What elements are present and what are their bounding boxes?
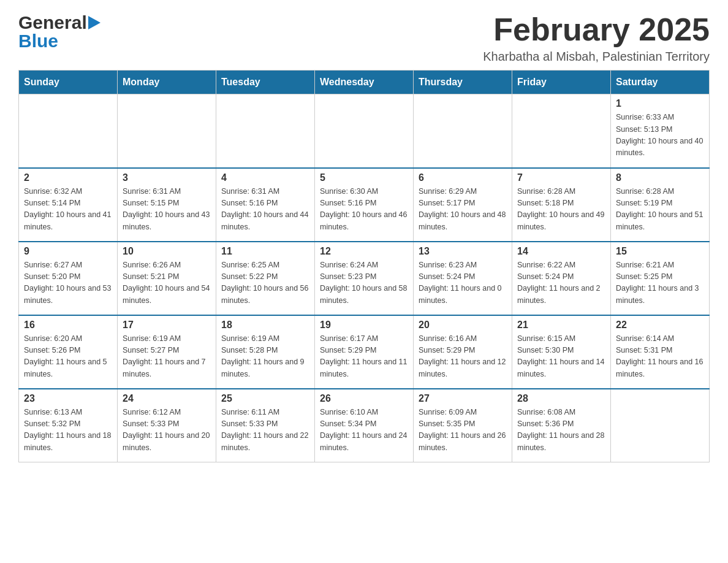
calendar-cell: 21Sunrise: 6:15 AM Sunset: 5:30 PM Dayli… — [512, 315, 611, 389]
header-wednesday: Wednesday — [315, 71, 414, 94]
calendar-cell — [414, 94, 512, 168]
day-info: Sunrise: 6:13 AM Sunset: 5:32 PM Dayligh… — [24, 407, 112, 454]
day-info: Sunrise: 6:14 AM Sunset: 5:31 PM Dayligh… — [616, 333, 704, 381]
day-number: 3 — [123, 172, 211, 183]
day-number: 20 — [419, 320, 507, 331]
header-sunday: Sunday — [19, 71, 118, 94]
day-number: 22 — [616, 320, 704, 331]
day-info: Sunrise: 6:12 AM Sunset: 5:33 PM Dayligh… — [123, 407, 211, 454]
header-thursday: Thursday — [414, 71, 512, 94]
day-info: Sunrise: 6:15 AM Sunset: 5:30 PM Dayligh… — [517, 333, 605, 381]
day-info: Sunrise: 6:31 AM Sunset: 5:15 PM Dayligh… — [123, 186, 211, 234]
calendar-cell: 14Sunrise: 6:22 AM Sunset: 5:24 PM Dayli… — [512, 242, 611, 315]
calendar-cell: 28Sunrise: 6:08 AM Sunset: 5:36 PM Dayli… — [512, 389, 611, 462]
calendar-cell: 17Sunrise: 6:19 AM Sunset: 5:27 PM Dayli… — [118, 315, 216, 389]
calendar-cell: 15Sunrise: 6:21 AM Sunset: 5:25 PM Dayli… — [611, 242, 710, 315]
day-number: 11 — [221, 246, 309, 257]
calendar-cell: 22Sunrise: 6:14 AM Sunset: 5:31 PM Dayli… — [611, 315, 710, 389]
calendar-cell — [216, 94, 315, 168]
day-info: Sunrise: 6:26 AM Sunset: 5:21 PM Dayligh… — [123, 259, 211, 307]
calendar-cell: 23Sunrise: 6:13 AM Sunset: 5:32 PM Dayli… — [19, 389, 118, 462]
day-info: Sunrise: 6:28 AM Sunset: 5:19 PM Dayligh… — [616, 186, 704, 234]
logo-blue-section — [87, 16, 102, 29]
calendar-cell: 8Sunrise: 6:28 AM Sunset: 5:19 PM Daylig… — [611, 168, 710, 242]
calendar-cell — [512, 94, 611, 168]
day-number: 23 — [24, 393, 112, 404]
day-number: 19 — [320, 320, 408, 331]
day-number: 9 — [24, 246, 112, 257]
day-info: Sunrise: 6:20 AM Sunset: 5:26 PM Dayligh… — [24, 333, 112, 381]
calendar-week-row: 16Sunrise: 6:20 AM Sunset: 5:26 PM Dayli… — [19, 315, 710, 389]
calendar-cell: 19Sunrise: 6:17 AM Sunset: 5:29 PM Dayli… — [315, 315, 414, 389]
day-number: 24 — [123, 393, 211, 404]
day-number: 8 — [616, 172, 704, 183]
day-info: Sunrise: 6:33 AM Sunset: 5:13 PM Dayligh… — [616, 112, 704, 159]
calendar-cell: 18Sunrise: 6:19 AM Sunset: 5:28 PM Dayli… — [216, 315, 315, 389]
calendar-cell: 9Sunrise: 6:27 AM Sunset: 5:20 PM Daylig… — [19, 242, 118, 315]
calendar-cell: 24Sunrise: 6:12 AM Sunset: 5:33 PM Dayli… — [118, 389, 216, 462]
calendar-week-row: 9Sunrise: 6:27 AM Sunset: 5:20 PM Daylig… — [19, 242, 710, 315]
day-number: 17 — [123, 320, 211, 331]
header-friday: Friday — [512, 71, 611, 94]
day-number: 25 — [221, 393, 309, 404]
calendar-cell: 1Sunrise: 6:33 AM Sunset: 5:13 PM Daylig… — [611, 94, 710, 168]
day-info: Sunrise: 6:23 AM Sunset: 5:24 PM Dayligh… — [419, 259, 507, 307]
day-info: Sunrise: 6:16 AM Sunset: 5:29 PM Dayligh… — [419, 333, 507, 381]
calendar-cell: 27Sunrise: 6:09 AM Sunset: 5:35 PM Dayli… — [414, 389, 512, 462]
weekday-header-row: Sunday Monday Tuesday Wednesday Thursday… — [19, 71, 710, 94]
calendar-week-row: 23Sunrise: 6:13 AM Sunset: 5:32 PM Dayli… — [19, 389, 710, 462]
calendar-cell: 12Sunrise: 6:24 AM Sunset: 5:23 PM Dayli… — [315, 242, 414, 315]
day-info: Sunrise: 6:11 AM Sunset: 5:33 PM Dayligh… — [221, 407, 309, 454]
calendar-cell — [118, 94, 216, 168]
calendar-cell: 5Sunrise: 6:30 AM Sunset: 5:16 PM Daylig… — [315, 168, 414, 242]
calendar-cell: 7Sunrise: 6:28 AM Sunset: 5:18 PM Daylig… — [512, 168, 611, 242]
calendar-cell: 3Sunrise: 6:31 AM Sunset: 5:15 PM Daylig… — [118, 168, 216, 242]
day-number: 15 — [616, 246, 704, 257]
calendar-week-row: 2Sunrise: 6:32 AM Sunset: 5:14 PM Daylig… — [19, 168, 710, 242]
calendar-cell: 10Sunrise: 6:26 AM Sunset: 5:21 PM Dayli… — [118, 242, 216, 315]
logo-general-text: General — [18, 12, 87, 33]
day-info: Sunrise: 6:08 AM Sunset: 5:36 PM Dayligh… — [517, 407, 605, 454]
day-info: Sunrise: 6:27 AM Sunset: 5:20 PM Dayligh… — [24, 259, 112, 307]
day-number: 6 — [419, 172, 507, 183]
day-info: Sunrise: 6:09 AM Sunset: 5:35 PM Dayligh… — [419, 407, 507, 454]
day-info: Sunrise: 6:17 AM Sunset: 5:29 PM Dayligh… — [320, 333, 408, 381]
calendar-cell: 25Sunrise: 6:11 AM Sunset: 5:33 PM Dayli… — [216, 389, 315, 462]
day-number: 21 — [517, 320, 605, 331]
day-number: 28 — [517, 393, 605, 404]
svg-marker-0 — [88, 16, 100, 29]
calendar-cell — [611, 389, 710, 462]
day-info: Sunrise: 6:19 AM Sunset: 5:28 PM Dayligh… — [221, 333, 309, 381]
calendar-title-area: February 2025 Kharbatha al Misbah, Pales… — [483, 12, 710, 64]
day-number: 2 — [24, 172, 112, 183]
calendar-cell: 20Sunrise: 6:16 AM Sunset: 5:29 PM Dayli… — [414, 315, 512, 389]
day-info: Sunrise: 6:29 AM Sunset: 5:17 PM Dayligh… — [419, 186, 507, 234]
day-number: 18 — [221, 320, 309, 331]
calendar-title: February 2025 — [483, 12, 710, 47]
calendar-cell: 26Sunrise: 6:10 AM Sunset: 5:34 PM Dayli… — [315, 389, 414, 462]
day-info: Sunrise: 6:25 AM Sunset: 5:22 PM Dayligh… — [221, 259, 309, 307]
calendar-cell: 11Sunrise: 6:25 AM Sunset: 5:22 PM Dayli… — [216, 242, 315, 315]
day-number: 10 — [123, 246, 211, 257]
day-number: 4 — [221, 172, 309, 183]
header-monday: Monday — [118, 71, 216, 94]
day-number: 7 — [517, 172, 605, 183]
page-header: General Blue February 2025 Kharbatha al … — [18, 12, 710, 64]
day-info: Sunrise: 6:32 AM Sunset: 5:14 PM Dayligh… — [24, 186, 112, 234]
calendar-subtitle: Kharbatha al Misbah, Palestinian Territo… — [483, 50, 710, 64]
day-number: 27 — [419, 393, 507, 404]
calendar-cell — [315, 94, 414, 168]
day-info: Sunrise: 6:30 AM Sunset: 5:16 PM Dayligh… — [320, 186, 408, 234]
day-info: Sunrise: 6:21 AM Sunset: 5:25 PM Dayligh… — [616, 259, 704, 307]
header-saturday: Saturday — [611, 71, 710, 94]
day-number: 13 — [419, 246, 507, 257]
day-info: Sunrise: 6:22 AM Sunset: 5:24 PM Dayligh… — [517, 259, 605, 307]
day-info: Sunrise: 6:10 AM Sunset: 5:34 PM Dayligh… — [320, 407, 408, 454]
calendar-cell: 13Sunrise: 6:23 AM Sunset: 5:24 PM Dayli… — [414, 242, 512, 315]
day-info: Sunrise: 6:19 AM Sunset: 5:27 PM Dayligh… — [123, 333, 211, 381]
day-number: 5 — [320, 172, 408, 183]
calendar-cell — [19, 94, 118, 168]
logo: General Blue — [18, 12, 102, 52]
day-number: 1 — [616, 98, 704, 109]
day-number: 12 — [320, 246, 408, 257]
